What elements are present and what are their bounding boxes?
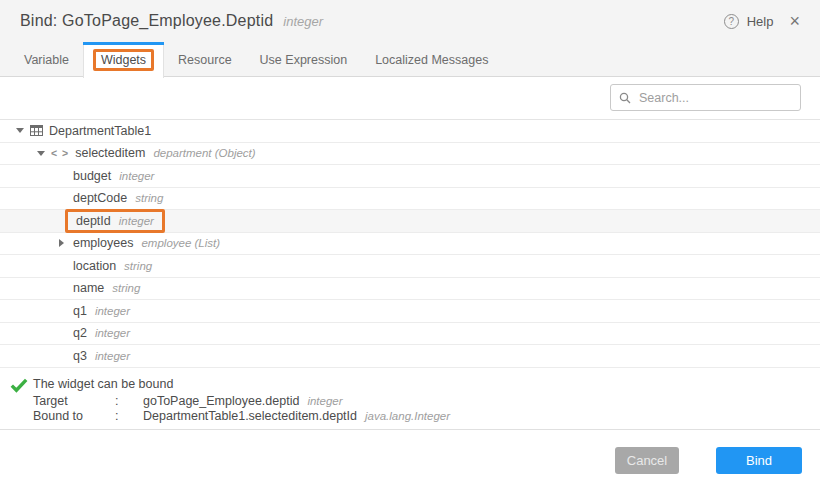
node-type: string [124,260,152,272]
page-title: Bind: GoToPage_Employee.Deptid [20,12,273,30]
tab-label: Widgets [101,53,146,67]
status-value_type: java.lang.Integer [365,409,450,425]
status-colon: : [115,394,143,410]
tree-row-selecteditem[interactable]: < >selecteditemdepartment (Object) [0,143,820,166]
node-type: string [112,282,140,294]
node-name: name [73,281,104,295]
node-label-wrap: locationstring [73,259,152,273]
dialog-footer: Cancel Bind [0,430,820,487]
header-actions: ? Help × [724,12,802,30]
tree-row-deptCode[interactable]: deptCodestring [0,188,820,211]
node-label-wrap: deptCodestring [73,191,163,205]
annotation-highlight-box: Widgets [93,49,154,71]
dialog-header: Bind: GoToPage_Employee.Deptid integer ?… [0,0,820,42]
node-type: integer [95,305,130,317]
binding-status: The widget can be bound Target:goToPage_… [0,368,820,430]
tab-label: Localized Messages [375,53,488,67]
toolbar [0,77,820,120]
status-label: Target [33,394,115,410]
status-message: The widget can be bound [33,377,820,392]
tree-row-q2[interactable]: q2integer [0,323,820,346]
node-type: department (Object) [153,147,255,159]
object-node-icon: < > [51,147,69,159]
tab-label: Use Expression [260,53,348,67]
tree-row-q3[interactable]: q3integer [0,345,820,368]
node-name: selecteditem [75,146,145,160]
node-type: string [135,192,163,204]
node-name: deptId [76,214,111,228]
tree-row-DepartmentTable1[interactable]: DepartmentTable1 [0,120,820,143]
tab-resource[interactable]: Resource [164,42,246,77]
table-widget-icon [30,125,43,136]
caret-expanded-icon[interactable] [37,151,51,156]
status-value: DepartmentTable1.selecteditem.deptId [143,409,357,425]
node-name: location [73,259,116,273]
status-value_type: integer [307,394,342,410]
node-name: DepartmentTable1 [49,124,151,138]
caret-collapsed-icon[interactable] [59,239,73,247]
node-label-wrap: q3integer [73,349,130,363]
tab-bar: VariableWidgetsResourceUse ExpressionLoc… [0,42,820,77]
annotation-highlight-box: deptIdinteger [65,209,165,233]
node-name: q1 [73,304,87,318]
node-type: employee (List) [141,237,220,249]
node-type: integer [95,327,130,339]
node-label-wrap: budgetinteger [73,169,154,183]
tab-widgets[interactable]: Widgets [83,42,164,78]
tree-row-deptId[interactable]: deptIdinteger [0,210,820,233]
node-label-wrap: selecteditemdepartment (Object) [75,146,255,160]
caret-expanded-icon[interactable] [16,128,30,133]
help-link[interactable]: Help [747,14,774,29]
status-row-target: Target:goToPage_Employee.deptidinteger [33,394,820,410]
node-label-wrap: q1integer [73,304,130,318]
tree-row-name[interactable]: namestring [0,278,820,301]
node-label-wrap: DepartmentTable1 [49,124,151,138]
node-name: q2 [73,326,87,340]
node-name: deptCode [73,191,127,205]
help-icon[interactable]: ? [724,14,739,29]
tab-variable[interactable]: Variable [10,42,83,77]
node-label-wrap: namestring [73,281,140,295]
node-type: integer [95,350,130,362]
node-label-wrap: employeesemployee (List) [73,236,220,250]
tab-label: Resource [178,53,232,67]
cancel-button[interactable]: Cancel [615,447,679,474]
search-icon [619,92,631,104]
status-label: Bound to [33,409,115,425]
node-type: integer [119,215,154,227]
status-colon: : [115,409,143,425]
status-value: goToPage_Employee.deptid [143,394,299,410]
node-type: integer [119,170,154,182]
tab-label: Variable [24,53,69,67]
node-name: budget [73,169,111,183]
node-name: employees [73,236,133,250]
tab-use-expression[interactable]: Use Expression [246,42,362,77]
tree-row-employees[interactable]: employeesemployee (List) [0,233,820,256]
bind-dialog: Bind: GoToPage_Employee.Deptid integer ?… [0,0,820,487]
search-box[interactable] [610,84,801,111]
node-name: q3 [73,349,87,363]
status-row-bound-to: Bound to:DepartmentTable1.selecteditem.d… [33,409,820,425]
tab-localized-messages[interactable]: Localized Messages [361,42,502,77]
bind-button[interactable]: Bind [716,447,802,474]
search-input[interactable] [637,90,792,106]
tree-row-location[interactable]: locationstring [0,255,820,278]
success-check-icon [10,378,28,397]
tree-row-budget[interactable]: budgetinteger [0,165,820,188]
close-icon[interactable]: × [787,12,802,30]
node-label-wrap: q2integer [73,326,130,340]
bind-tree: DepartmentTable1< >selecteditemdepartmen… [0,120,820,368]
status-rows: Target:goToPage_Employee.deptidintegerBo… [33,394,820,425]
page-title-type: integer [283,14,323,29]
tree-row-q1[interactable]: q1integer [0,300,820,323]
